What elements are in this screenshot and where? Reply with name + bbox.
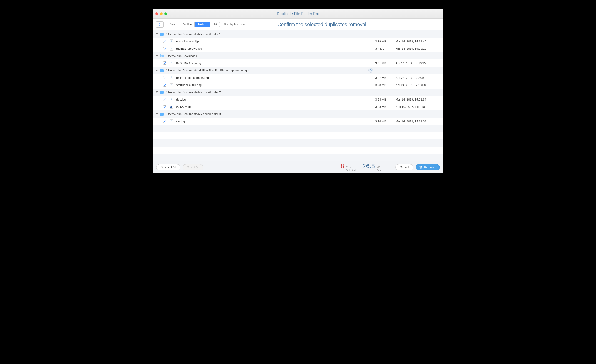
empty-row — [153, 139, 443, 147]
folder-icon — [160, 91, 164, 94]
checkbox[interactable] — [163, 76, 166, 79]
magnify-icon — [370, 69, 372, 72]
seg-folders[interactable]: Folders — [195, 22, 210, 27]
checkbox[interactable] — [163, 105, 166, 109]
empty-row — [153, 132, 443, 139]
check-icon — [164, 84, 166, 86]
svg-rect-25 — [160, 91, 162, 92]
file-size: 3.4 MB — [375, 47, 396, 50]
file-name: IMG_1929 copy.jpg — [176, 61, 375, 65]
file-name: dog.jpg — [176, 98, 375, 101]
checkbox[interactable] — [163, 120, 166, 123]
file-date: Apr 24, 2019, 12:28:08 — [396, 83, 439, 87]
files-selected-stat: 8 Files Selected — [341, 162, 356, 172]
file-size: 3.08 MB — [375, 105, 396, 109]
file-row[interactable]: V #3127.vsdx 3.08 MB Sep 19, 2017, 14:12… — [153, 103, 443, 110]
folder-icon — [160, 69, 164, 72]
file-date: Sep 19, 2017, 14:12:08 — [396, 105, 439, 109]
checkbox[interactable] — [163, 98, 166, 101]
file-date: Mar 14, 2019, 15:21:34 — [396, 120, 439, 123]
view-segment: Outline Folders List — [180, 22, 220, 27]
file-name: #3127.vsdx — [176, 105, 375, 109]
file-row[interactable]: IMG_1929 copy.jpg 3.61 MB Apr 14, 2019, … — [153, 59, 443, 67]
folder-group-row[interactable]: /Users/John/Documents/My docs/Folder 2 — [153, 88, 443, 96]
disclosure-triangle-icon[interactable] — [156, 91, 158, 93]
folder-path: /Users/John/Documents/All/Five Tips For … — [166, 69, 250, 72]
folder-group-row[interactable]: /Users/John/Documents/My docs/Folder 1 — [153, 30, 443, 38]
chevron-left-icon — [158, 23, 161, 26]
svg-point-20 — [171, 77, 171, 77]
chevron-down-icon — [243, 24, 245, 25]
folder-group-row[interactable]: /Users/John/Documents/My docs/Folder 3 — [153, 110, 443, 117]
visio-file-icon: V — [170, 105, 173, 109]
folder-path: /Users/John/Documents/My docs/Folder 1 — [166, 32, 221, 36]
back-button[interactable] — [156, 21, 164, 28]
sort-dropdown[interactable]: Sort by Name — [224, 23, 245, 26]
file-size: 3.28 MB — [375, 83, 396, 87]
svg-point-10 — [161, 55, 162, 57]
folder-group-row[interactable]: /Users/John/Documents/All/Five Tips For … — [153, 67, 443, 74]
file-date: Mar 14, 2019, 15:28:10 — [396, 47, 439, 50]
file-name: startup disk full.png — [176, 83, 375, 87]
file-size: 3.24 MB — [375, 98, 396, 101]
deselect-all-button[interactable]: Deselect All — [156, 164, 180, 170]
svg-point-4 — [171, 40, 171, 41]
folder-icon — [160, 54, 164, 58]
check-icon — [164, 120, 166, 122]
disclosure-triangle-icon[interactable] — [156, 33, 158, 35]
checkbox[interactable] — [163, 47, 166, 50]
titlebar: Duplicate File Finder Pro — [153, 9, 443, 19]
file-date: Apr 14, 2019, 14:16:35 — [396, 61, 439, 65]
trash-icon — [419, 166, 422, 169]
traffic-lights — [155, 13, 167, 15]
check-icon — [164, 48, 166, 50]
svg-point-36 — [171, 120, 171, 121]
svg-rect-33 — [160, 113, 162, 113]
page-heading: Confirm the selected duplicates removal — [249, 22, 440, 28]
empty-row — [153, 125, 443, 132]
check-icon — [164, 98, 166, 101]
sort-label-text: Sort by Name — [224, 23, 242, 26]
file-row[interactable]: car.jpg 3.24 MB Mar 14, 2019, 15:21:34 — [153, 117, 443, 125]
image-file-icon — [170, 98, 173, 101]
remove-button[interactable]: Remove — [416, 164, 440, 170]
folder-icon — [160, 33, 164, 36]
seg-list[interactable]: List — [210, 22, 220, 27]
checkbox[interactable] — [163, 84, 166, 87]
cancel-button[interactable]: Cancel — [395, 164, 413, 170]
svg-point-28 — [171, 98, 171, 99]
folder-path: /Users/John/Downloads — [166, 54, 197, 58]
reveal-in-finder-button[interactable] — [368, 68, 373, 73]
zoom-icon[interactable] — [164, 13, 167, 15]
svg-line-17 — [371, 71, 372, 72]
close-icon[interactable] — [155, 13, 158, 15]
checkbox[interactable] — [163, 61, 166, 65]
file-row[interactable]: thomas-lefebvre.jpg 3.4 MB Mar 14, 2019,… — [153, 45, 443, 52]
view-label: View: — [169, 23, 176, 26]
disclosure-triangle-icon[interactable] — [156, 55, 158, 57]
folder-group-row[interactable]: /Users/John/Downloads — [153, 52, 443, 59]
check-icon — [164, 40, 166, 43]
image-file-icon — [170, 76, 173, 80]
disclosure-triangle-icon[interactable] — [156, 70, 158, 71]
file-row[interactable]: online photo storage.png 3.07 MB Apr 24,… — [153, 74, 443, 81]
remove-label: Remove — [424, 165, 435, 169]
file-row[interactable]: startup disk full.png 3.28 MB Apr 24, 20… — [153, 81, 443, 88]
footer: Deselect All Select All 8 Files Selected… — [153, 161, 443, 173]
minimize-icon[interactable] — [160, 13, 163, 15]
select-all-button[interactable]: Select All — [183, 164, 203, 170]
file-date: Mar 14, 2019, 15:21:34 — [396, 98, 439, 101]
file-size: 3.61 MB — [375, 61, 396, 65]
checkbox[interactable] — [163, 40, 166, 43]
svg-rect-9 — [160, 54, 162, 55]
svg-point-13 — [171, 62, 171, 63]
app-window: Duplicate File Finder Pro View: Outline … — [153, 9, 443, 173]
files-label: Files Selected — [346, 166, 356, 172]
file-row[interactable]: dog.jpg 3.24 MB Mar 14, 2019, 15:21:34 — [153, 96, 443, 103]
disclosure-triangle-icon[interactable] — [156, 113, 158, 115]
file-size: 3.07 MB — [375, 76, 396, 80]
empty-row — [153, 147, 443, 154]
toolbar: View: Outline Folders List Sort by Name … — [153, 19, 443, 30]
file-row[interactable]: yanapi-senaud.jpg 3.89 MB Mar 14, 2019, … — [153, 38, 443, 45]
seg-outline[interactable]: Outline — [180, 22, 195, 27]
